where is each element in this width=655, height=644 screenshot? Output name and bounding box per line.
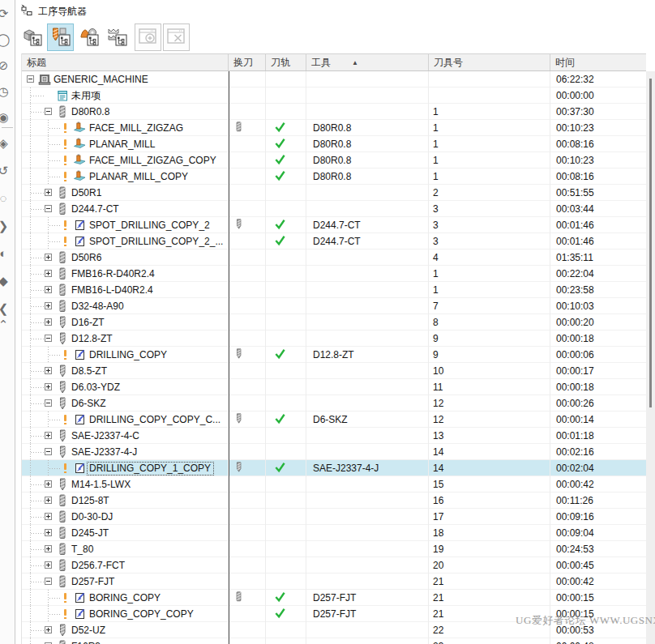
- clipped-sidebar-icon-4[interactable]: ◷: [0, 83, 13, 102]
- table-row[interactable]: D50R6 4 01:35:11: [22, 249, 646, 266]
- table-row[interactable]: FMB16-L-D40R2.4 1 00:23:58: [22, 282, 646, 298]
- clipped-sidebar-icon-5[interactable]: ◉: [0, 109, 13, 128]
- table-row[interactable]: D80R0.8 1 00:37:30: [22, 104, 646, 120]
- tree-expander[interactable]: [45, 432, 52, 439]
- node-label[interactable]: D16-ZT: [70, 317, 107, 329]
- node-label[interactable]: FACE_MILL_ZIGZAG_COPY: [88, 155, 219, 167]
- tree-expander[interactable]: [45, 626, 52, 633]
- node-label[interactable]: DRILLING_COPY_1_COPY: [88, 463, 213, 475]
- node-label[interactable]: D12.8-ZT: [70, 333, 115, 345]
- table-row[interactable]: D257-FJT 21 00:00:42: [22, 574, 646, 590]
- tree-expander[interactable]: [45, 286, 52, 293]
- node-label[interactable]: D50R6: [70, 252, 104, 264]
- tree-expander[interactable]: [45, 254, 52, 261]
- table-row[interactable]: SPOT_DRILLING_COPY_2 D244.7-CT 3 00:01:4…: [22, 217, 646, 233]
- clipped-sidebar-icon-13[interactable]: ⌃: [0, 316, 13, 335]
- table-row[interactable]: D32-48-A90 7 00:10:03: [22, 298, 646, 314]
- table-row[interactable]: BORING_COPY_COPY D257-FJT 21 00:00:15: [22, 606, 646, 622]
- table-row[interactable]: D245-JT 18 00:09:04: [22, 525, 646, 541]
- program-order-view-button[interactable]: [19, 23, 45, 51]
- clipped-sidebar-icon-3[interactable]: ⊘: [0, 57, 13, 76]
- tree-expander[interactable]: [45, 383, 52, 390]
- table-row[interactable]: D52-UZ 22 00:00:53: [22, 622, 646, 638]
- table-row[interactable]: D16-ZT 8 00:00:20: [22, 314, 646, 331]
- tree-expander[interactable]: [45, 513, 52, 520]
- node-label[interactable]: FMB16-L-D40R2.4: [70, 284, 156, 296]
- node-label[interactable]: DRILLING_COPY: [88, 349, 169, 361]
- clipped-sidebar-icon-11[interactable]: ◆: [0, 272, 13, 292]
- table-row[interactable]: D244.7-CT 3 00:03:44: [22, 201, 646, 217]
- table-row[interactable]: DRILLING_COPY_1_COPY SAE-J2337-4-J 14 00…: [22, 460, 646, 476]
- table-row[interactable]: T_80 19 00:24:53: [22, 541, 646, 557]
- table-row[interactable]: PLANAR_MILL D80R0.8 1 00:08:16: [22, 136, 646, 152]
- node-label[interactable]: T_80: [70, 544, 96, 556]
- node-label[interactable]: D50R1: [70, 187, 104, 199]
- node-label[interactable]: D244.7-CT: [70, 203, 122, 215]
- node-label[interactable]: D52-UZ: [70, 625, 108, 637]
- tree-expander[interactable]: [45, 399, 52, 407]
- clipped-sidebar-icon-2[interactable]: ◯: [0, 31, 13, 50]
- column-header-tool[interactable]: 工具 ▲: [306, 54, 429, 70]
- node-label[interactable]: 未用项: [70, 90, 103, 102]
- table-row[interactable]: SAE-J2337-4-J 14 00:02:16: [22, 444, 646, 460]
- node-label[interactable]: D256.7-FCT: [70, 560, 127, 572]
- node-label[interactable]: FACE_MILL_ZIGZAG: [88, 122, 186, 134]
- table-row[interactable]: FMB16-R-D40R2.4 1 00:22:04: [22, 266, 646, 282]
- tree-expander[interactable]: [45, 108, 52, 115]
- table-row[interactable]: DRILLING_COPY_COPY_C... D6-SKZ 12 00:00:…: [22, 412, 646, 428]
- vertical-scrollbar[interactable]: [646, 71, 655, 644]
- tree-expander[interactable]: [45, 578, 52, 585]
- clipped-sidebar-icon-6[interactable]: ◈: [0, 134, 13, 154]
- clipped-sidebar-icon-1[interactable]: ⟳: [0, 5, 13, 24]
- node-label[interactable]: D245-JT: [70, 527, 111, 540]
- tree-expander[interactable]: [45, 318, 52, 326]
- table-row[interactable]: FACE_MILL_ZIGZAG D80R0.8 1 00:10:23: [22, 120, 646, 136]
- table-row[interactable]: D0-30-DJ 17 00:09:16: [22, 509, 646, 525]
- node-label[interactable]: D0-30-DJ: [70, 511, 115, 523]
- tree-expander[interactable]: [45, 189, 52, 196]
- node-label[interactable]: SAE-J2337-4-J: [70, 446, 139, 458]
- node-label[interactable]: GENERIC_MACHINE: [52, 74, 151, 86]
- node-label[interactable]: BORING_COPY: [88, 592, 163, 604]
- table-row[interactable]: D125-8T 16 00:11:26: [22, 493, 646, 509]
- table-row[interactable]: D256.7-FCT 20 00:00:45: [22, 557, 646, 574]
- clipped-sidebar-icon-10[interactable]: ◐: [0, 245, 13, 264]
- node-label[interactable]: D6-SKZ: [70, 398, 109, 410]
- node-label[interactable]: BORING_COPY_COPY: [88, 608, 196, 621]
- tree-expander[interactable]: [45, 545, 52, 552]
- node-label[interactable]: DRILLING_COPY_COPY_C...: [88, 414, 223, 426]
- table-row[interactable]: 未用项 00:00:00: [22, 87, 646, 104]
- tree-expander[interactable]: [45, 448, 52, 455]
- column-header-tool-number[interactable]: 刀具号: [429, 54, 550, 70]
- table-row[interactable]: GENERIC_MACHINE 06:22:32: [22, 71, 646, 87]
- tree-expander[interactable]: [45, 480, 52, 488]
- tree-expander[interactable]: [45, 335, 52, 342]
- method-view-button[interactable]: [104, 23, 131, 51]
- table-row[interactable]: D6.03-YDZ 11 00:00:18: [22, 379, 646, 395]
- table-row[interactable]: D8.5-ZT 10 00:00:17: [22, 363, 646, 379]
- node-label[interactable]: SPOT_DRILLING_COPY_2_...: [88, 236, 225, 248]
- node-label[interactable]: F16R3: [70, 641, 103, 644]
- tree-expander[interactable]: [45, 302, 52, 309]
- node-label[interactable]: D8.5-ZT: [70, 365, 109, 377]
- tree-expander[interactable]: [45, 205, 52, 212]
- machine-tool-view-button[interactable]: [47, 23, 74, 51]
- tree-expander[interactable]: [45, 529, 52, 536]
- column-header-title[interactable]: 标题: [22, 54, 229, 70]
- node-label[interactable]: D32-48-A90: [70, 301, 126, 313]
- node-label[interactable]: M14-1.5-LWX: [70, 479, 133, 491]
- geometry-view-button[interactable]: [75, 23, 102, 51]
- table-row[interactable]: M14-1.5-LWX 15 00:00:42: [22, 476, 646, 493]
- table-row[interactable]: D12.8-ZT 9 00:00:18: [22, 331, 646, 347]
- column-header-time[interactable]: 时间: [550, 54, 646, 70]
- node-label[interactable]: D257-FJT: [70, 576, 117, 588]
- tree-expander[interactable]: [45, 270, 52, 277]
- column-header-toolpath[interactable]: 刀轨: [266, 54, 306, 70]
- table-row[interactable]: F16R3 23 00:00:48: [22, 638, 646, 644]
- table-row[interactable]: SPOT_DRILLING_COPY_2_... D244.7-CT 3 00:…: [22, 233, 646, 249]
- clipped-sidebar-icon-9[interactable]: ❯: [0, 217, 13, 237]
- table-row[interactable]: D50R1 2 00:51:55: [22, 185, 646, 201]
- tree-expander[interactable]: [27, 75, 34, 83]
- clipped-sidebar-icon-7[interactable]: ↺: [0, 162, 13, 181]
- node-label[interactable]: SPOT_DRILLING_COPY_2: [88, 220, 212, 232]
